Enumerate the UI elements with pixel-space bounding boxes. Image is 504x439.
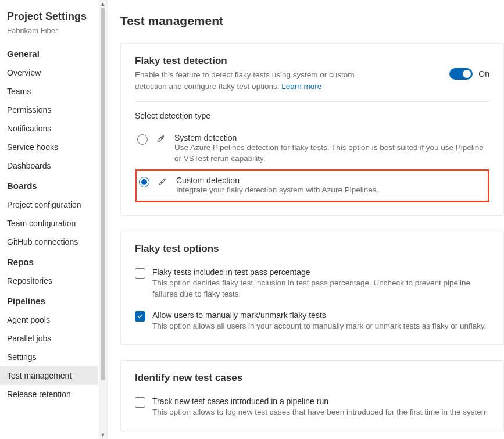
sidebar-item-parallel-jobs[interactable]: Parallel jobs [0,329,98,348]
sidebar-item-github-connections[interactable]: GitHub connections [0,233,98,251]
custom-desc: Integrate your flaky detection system wi… [176,185,484,196]
new-cases-card: Identify new test cases Track new test c… [120,360,504,431]
scroll-up-icon[interactable]: ▲ [99,0,107,8]
sidebar-item-dashboards[interactable]: Dashboards [0,156,98,175]
group-header: Pipelines [0,290,98,310]
scroll-down-icon[interactable]: ▼ [99,431,107,439]
include-pass-pct-option[interactable]: Flaky tests included in test pass percen… [135,267,489,300]
system-detection-option[interactable]: System detection Use Azure Pipelines det… [135,129,489,169]
sidebar-item-project-configuration[interactable]: Project configuration [0,195,98,214]
scrollbar[interactable]: ▲ ▼ [99,0,107,439]
flaky-title: Flaky test detection [135,55,385,67]
sidebar-item-release-retention[interactable]: Release retention [0,385,98,404]
custom-title: Custom detection [176,176,484,185]
track-new-option[interactable]: Track new test cases introduced in a pip… [135,397,489,418]
new1-title: Track new test cases introduced in a pip… [152,397,489,406]
flaky-desc: Enable this feature to detect flaky test… [135,69,385,92]
custom-detection-option[interactable]: Custom detection Integrate your flaky de… [135,169,489,202]
checkbox-manual[interactable] [135,311,145,322]
sidebar-item-teams[interactable]: Teams [0,82,98,101]
opt2-desc: This option allows all users in your acc… [152,321,489,332]
svg-point-0 [161,138,162,139]
group-header: Boards [0,175,98,195]
opt2-title: Allow users to manually mark/unmark flak… [152,310,489,320]
project-name: Fabrikam Fiber [0,26,98,43]
toggle-label: On [478,69,489,78]
sidebar-item-agent-pools[interactable]: Agent pools [0,310,98,329]
radio-custom[interactable] [139,177,149,187]
sidebar-item-notifications[interactable]: Notifications [0,119,98,138]
radio-system[interactable] [137,134,148,145]
opt1-title: Flaky tests included in test pass percen… [152,267,489,277]
sidebar-item-overview[interactable]: Overview [0,63,98,82]
sidebar-item-test-management[interactable]: Test management [0,366,98,385]
sidebar-item-settings[interactable]: Settings [0,348,98,366]
select-detection-label: Select detection type [135,111,489,120]
sidebar-item-service-hooks[interactable]: Service hooks [0,138,98,156]
new1-desc: This option allows to log new test cases… [152,407,489,418]
system-title: System detection [174,133,486,142]
settings-sidebar: ▲ ▼ Project Settings Fabrikam Fiber Gene… [0,0,108,439]
flaky-detection-card: Flaky test detection Enable this feature… [120,43,504,216]
main-content: Test management Flaky test detection Ena… [108,0,504,439]
flaky-options-card: Flaky test options Flaky tests included … [120,231,504,345]
rocket-icon [156,134,166,146]
checkbox-include[interactable] [135,268,145,279]
checkbox-track[interactable] [135,397,145,408]
group-header: General [0,43,98,63]
system-desc: Use Azure Pipelines detection for flaky … [174,142,486,165]
newcases-title: Identify new test cases [135,372,489,384]
sidebar-item-team-configuration[interactable]: Team configuration [0,214,98,233]
learn-more-link[interactable]: Learn more [281,82,321,91]
options-title: Flaky test options [135,243,489,255]
sidebar-title: Project Settings [0,10,98,26]
flaky-toggle[interactable] [449,68,473,80]
scroll-thumb[interactable] [101,8,105,380]
manual-mark-option[interactable]: Allow users to manually mark/unmark flak… [135,310,489,332]
pencil-icon [158,176,168,188]
group-header: Repos [0,251,98,272]
sidebar-item-permissions[interactable]: Permissions [0,101,98,119]
divider [135,101,489,102]
sidebar-item-repositories[interactable]: Repositories [0,272,98,290]
opt1-desc: This option decides flaky test inclusion… [152,278,489,300]
page-title: Test management [120,14,504,28]
